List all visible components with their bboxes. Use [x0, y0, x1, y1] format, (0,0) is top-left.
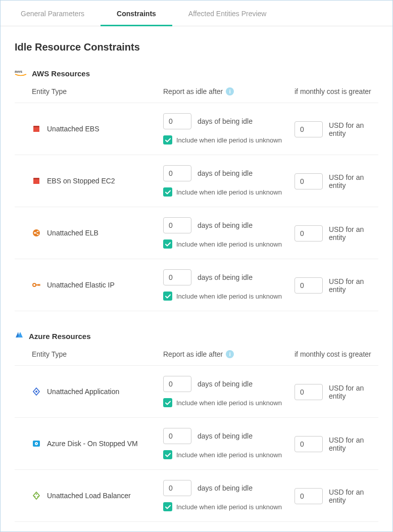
section-header: Azure Resources	[15, 331, 378, 341]
table-header: Entity TypeReport as idle after iif mont…	[15, 87, 378, 103]
col-report-idle: Report as idle after i	[163, 87, 294, 95]
idle-cell: days of being idleInclude when idle peri…	[163, 165, 294, 197]
include-unknown-label: Include when idle period is unknown	[176, 399, 282, 407]
idle-cell: days of being idleInclude when idle peri…	[163, 269, 294, 301]
entity-cell: Unattached Load Balancer	[32, 491, 163, 500]
idle-cell: days of being idleInclude when idle peri…	[163, 113, 294, 144]
entity-name: Unattached EBS	[47, 125, 100, 133]
table-row: Unattached Elastic IPdays of being idleI…	[15, 259, 378, 311]
entity-cell: Azure Disk - On Stopped VM	[32, 439, 163, 448]
cost-input[interactable]	[294, 173, 323, 189]
cost-label: USD for an entity	[329, 173, 378, 189]
cost-cell: USD for an entity	[294, 488, 378, 504]
cost-cell: USD for an entity	[294, 383, 378, 400]
entity-cell: Unattached ELB	[32, 228, 163, 237]
tab-general-parameters[interactable]: General Parameters	[5, 1, 101, 26]
days-label: days of being idle	[198, 169, 253, 177]
days-input[interactable]	[163, 113, 191, 129]
svg-rect-1	[33, 127, 39, 132]
days-input[interactable]	[163, 376, 191, 392]
include-unknown-checkbox[interactable]	[163, 187, 172, 197]
col-monthly-cost: if monthly cost is greater	[294, 87, 378, 95]
svg-point-5	[33, 229, 40, 236]
days-input[interactable]	[163, 269, 191, 285]
cost-label: USD for an entity	[329, 121, 378, 137]
days-label: days of being idle	[198, 221, 253, 229]
table-row: Azure Disk - On Stopped VMdays of being …	[15, 417, 378, 469]
include-unknown-checkbox[interactable]	[163, 292, 172, 301]
cost-cell: USD for an entity	[294, 121, 378, 137]
include-unknown-checkbox[interactable]	[163, 398, 172, 407]
include-unknown-label: Include when idle period is unknown	[176, 293, 282, 300]
days-label: days of being idle	[198, 432, 253, 440]
include-unknown-checkbox[interactable]	[163, 450, 172, 459]
tab-affected-entities[interactable]: Affected Entities Preview	[172, 1, 283, 26]
col-monthly-cost: if monthly cost is greater	[294, 350, 378, 358]
days-label: days of being idle	[198, 484, 253, 492]
cost-cell: USD for an entity	[294, 173, 378, 189]
include-unknown-label: Include when idle period is unknown	[176, 188, 282, 196]
azlb-icon	[32, 491, 41, 500]
days-input[interactable]	[163, 428, 191, 444]
tabs-bar: General Parameters Constraints Affected …	[1, 1, 392, 26]
cost-label: USD for an entity	[329, 225, 378, 241]
svg-point-13	[35, 391, 37, 393]
cost-input[interactable]	[294, 488, 323, 504]
cost-label: USD for an entity	[329, 277, 378, 294]
svg-point-16	[36, 443, 37, 444]
include-unknown-label: Include when idle period is unknown	[176, 136, 282, 144]
days-label: days of being idle	[198, 380, 253, 388]
table-row: EBS on Stopped EC2days of being idleIncl…	[15, 155, 378, 207]
entity-name: Azure Disk - On Stopped VM	[47, 440, 138, 448]
cost-input[interactable]	[294, 277, 323, 294]
days-input[interactable]	[163, 480, 191, 496]
entity-name: EBS on Stopped EC2	[47, 177, 115, 185]
cost-input[interactable]	[294, 384, 323, 400]
cost-cell: USD for an entity	[294, 225, 378, 241]
cost-label: USD for an entity	[329, 384, 378, 400]
idle-cell: days of being idleInclude when idle peri…	[163, 217, 294, 249]
ebs-icon	[32, 176, 41, 185]
cost-input[interactable]	[294, 121, 323, 137]
entity-name: Unattached Application	[47, 388, 119, 396]
table-row: Unattached Applicationdays of being idle…	[15, 365, 378, 417]
include-unknown-label: Include when idle period is unknown	[176, 240, 282, 248]
col-entity-type: Entity Type	[32, 87, 163, 95]
info-icon[interactable]: i	[226, 87, 234, 95]
section-title: Azure Resources	[29, 332, 91, 341]
eip-icon	[32, 280, 41, 289]
azapp-icon	[32, 387, 41, 396]
days-label: days of being idle	[198, 117, 253, 125]
table-row: Unattached Load Balancerdays of being id…	[15, 469, 378, 521]
col-report-idle: Report as idle after i	[163, 350, 294, 358]
entity-cell: Unattached EBS	[32, 124, 163, 133]
info-icon[interactable]: i	[226, 350, 234, 358]
entity-cell: Unattached Elastic IP	[32, 280, 163, 289]
content: Idle Resource Constraints awsAWS Resourc…	[1, 26, 392, 532]
cost-input[interactable]	[294, 436, 323, 452]
svg-rect-10	[35, 284, 40, 285]
cost-input[interactable]	[294, 225, 323, 241]
tab-constraints[interactable]: Constraints	[101, 1, 172, 26]
days-input[interactable]	[163, 165, 191, 181]
entity-name: Unattached Load Balancer	[47, 492, 131, 500]
cost-label: USD for an entity	[329, 488, 378, 504]
svg-rect-3	[33, 179, 39, 184]
svg-rect-12	[39, 284, 40, 286]
svg-rect-11	[38, 284, 39, 286]
entity-name: Unattached Elastic IP	[47, 281, 115, 289]
include-unknown-checkbox[interactable]	[163, 502, 172, 511]
include-unknown-checkbox[interactable]	[163, 135, 172, 144]
cost-label: USD for an entity	[329, 436, 378, 452]
col-entity-type: Entity Type	[32, 350, 163, 358]
table-row: Unattached Public IPdays of being idleIn…	[15, 521, 378, 532]
table-header: Entity TypeReport as idle after iif mont…	[15, 350, 378, 365]
section-header: awsAWS Resources	[15, 68, 378, 78]
days-label: days of being idle	[198, 273, 253, 281]
svg-point-19	[37, 496, 38, 497]
entity-cell: Unattached Application	[32, 387, 163, 396]
page-title: Idle Resource Constraints	[15, 41, 378, 53]
days-input[interactable]	[163, 217, 191, 233]
include-unknown-checkbox[interactable]	[163, 239, 172, 249]
include-unknown-label: Include when idle period is unknown	[176, 451, 282, 459]
